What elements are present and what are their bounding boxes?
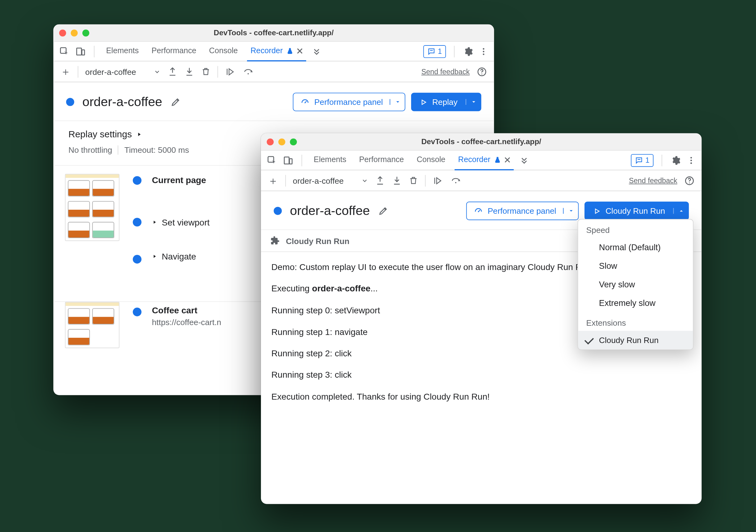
delete-icon[interactable] xyxy=(201,66,210,76)
more-tabs-icon[interactable] xyxy=(312,47,321,56)
recording-select[interactable]: order-a-coffee xyxy=(85,67,160,76)
svg-point-3 xyxy=(483,48,484,49)
step-play-icon[interactable] xyxy=(432,176,443,185)
replay-dropdown-open[interactable] xyxy=(673,208,688,214)
tab-elements[interactable]: Elements xyxy=(103,41,142,61)
close-tab-icon[interactable] xyxy=(297,48,303,54)
caret-right-icon xyxy=(137,131,142,138)
import-icon[interactable] xyxy=(184,66,194,76)
extension-puzzle-icon xyxy=(270,236,280,245)
performance-panel-button[interactable]: Performance panel xyxy=(293,93,406,111)
svg-point-8 xyxy=(481,73,482,74)
timeline-thumbnail xyxy=(65,302,120,348)
performance-panel-dropdown[interactable] xyxy=(390,99,405,105)
tab-console[interactable]: Console xyxy=(205,41,241,61)
help-icon[interactable] xyxy=(477,66,487,77)
tab-performance[interactable]: Performance xyxy=(148,41,200,61)
issues-count: 1 xyxy=(438,47,442,55)
close-window-button[interactable] xyxy=(59,29,66,36)
dropdown-item-extremely-slow[interactable]: Extremely slow xyxy=(578,294,693,313)
close-tab-icon[interactable] xyxy=(504,157,510,163)
inspect-icon[interactable] xyxy=(59,46,70,57)
dropdown-item-cloudy-run-run[interactable]: Cloudy Run Run xyxy=(578,331,693,349)
issues-button[interactable]: 1 xyxy=(631,154,654,166)
svg-rect-10 xyxy=(268,156,274,162)
tab-elements[interactable]: Elements xyxy=(310,150,350,170)
tab-performance[interactable]: Performance xyxy=(356,150,407,170)
new-recording-button[interactable]: ＋ xyxy=(268,173,278,188)
recording-select-value: order-a-coffee xyxy=(85,67,136,76)
replay-extension-button[interactable]: Cloudy Run Run xyxy=(584,202,689,220)
svg-point-4 xyxy=(483,50,484,52)
more-menu-icon[interactable] xyxy=(479,47,488,56)
export-icon[interactable] xyxy=(375,176,385,186)
dropdown-item-normal[interactable]: Normal (Default) xyxy=(578,238,693,257)
flask-icon xyxy=(286,47,293,55)
svg-rect-11 xyxy=(284,157,289,164)
dropdown-section-speed: Speed xyxy=(578,219,693,238)
send-feedback-link[interactable]: Send feedback xyxy=(629,176,677,184)
tab-console[interactable]: Console xyxy=(413,150,449,170)
devtools-tabbar: Elements Performance Console Recorder 1 xyxy=(53,42,494,62)
minimize-window-button[interactable] xyxy=(71,29,78,36)
help-icon[interactable] xyxy=(684,175,695,186)
settings-icon[interactable] xyxy=(463,46,473,57)
edit-name-icon[interactable] xyxy=(378,206,389,216)
timeline-step-label: Navigate xyxy=(162,251,196,261)
comment-icon xyxy=(427,47,435,55)
edit-name-icon[interactable] xyxy=(170,97,181,107)
replay-button[interactable]: Replay xyxy=(412,93,481,111)
performance-panel-dropdown[interactable] xyxy=(563,208,578,214)
flask-icon xyxy=(494,156,500,164)
dropdown-item-very-slow[interactable]: Very slow xyxy=(578,275,693,294)
import-icon[interactable] xyxy=(392,176,402,186)
svg-point-6 xyxy=(247,73,249,74)
recording-select[interactable]: order-a-coffee xyxy=(293,176,368,185)
send-feedback-link[interactable]: Send feedback xyxy=(421,67,470,75)
tab-recorder[interactable]: Recorder xyxy=(455,150,514,170)
replay-dropdown[interactable] xyxy=(466,99,481,105)
tab-recorder[interactable]: Recorder xyxy=(247,41,306,61)
recorder-toolbar: ＋ order-a-coffee Send feedback xyxy=(261,170,702,191)
minimize-window-button[interactable] xyxy=(278,138,285,145)
step-over-icon[interactable] xyxy=(450,176,461,185)
inspect-icon[interactable] xyxy=(267,155,277,165)
settings-icon[interactable] xyxy=(670,155,681,165)
device-toggle-icon[interactable] xyxy=(283,155,293,165)
zoom-window-button[interactable] xyxy=(290,138,297,145)
more-tabs-icon[interactable] xyxy=(520,156,529,165)
svg-point-18 xyxy=(689,182,690,183)
custom-panel-log-line: Execution completed. Thanks for using Cl… xyxy=(272,390,691,403)
recording-status-dot xyxy=(66,98,74,106)
window-title: DevTools - coffee-cart.netlify.app/ xyxy=(261,137,702,146)
svg-point-16 xyxy=(455,182,456,183)
replay-settings-title: Replay settings xyxy=(68,129,132,140)
more-menu-icon[interactable] xyxy=(687,156,696,165)
chevron-down-icon xyxy=(361,177,368,184)
zoom-window-button[interactable] xyxy=(82,29,89,36)
devtools-tabbar: Elements Performance Console Recorder 1 xyxy=(261,151,702,170)
recording-name: order-a-coffee xyxy=(82,94,162,110)
step-play-icon[interactable] xyxy=(225,67,235,76)
delete-icon[interactable] xyxy=(409,176,418,186)
tab-console-label: Console xyxy=(209,46,238,55)
play-icon xyxy=(593,207,601,215)
export-icon[interactable] xyxy=(168,66,177,76)
step-over-icon[interactable] xyxy=(242,67,254,76)
timeline-thumbnail xyxy=(65,174,120,241)
device-toggle-icon[interactable] xyxy=(75,46,86,57)
close-window-button[interactable] xyxy=(267,138,274,145)
new-recording-button[interactable]: ＋ xyxy=(60,64,71,79)
svg-rect-1 xyxy=(77,48,81,55)
mac-titlebar: DevTools - coffee-cart.netlify.app/ xyxy=(53,24,494,42)
dropdown-item-slow[interactable]: Slow xyxy=(578,257,693,275)
recording-status-dot xyxy=(274,207,282,215)
throttling-value: No throttling xyxy=(68,145,112,155)
performance-panel-button[interactable]: Performance panel xyxy=(466,202,579,220)
issues-button[interactable]: 1 xyxy=(423,45,446,58)
tab-elements-label: Elements xyxy=(106,46,139,55)
custom-panel-log-line: Running step 3: click xyxy=(272,368,691,382)
caret-right-icon xyxy=(152,253,157,260)
custom-panel-title: Cloudy Run Run xyxy=(286,236,349,245)
comment-icon xyxy=(635,156,643,164)
